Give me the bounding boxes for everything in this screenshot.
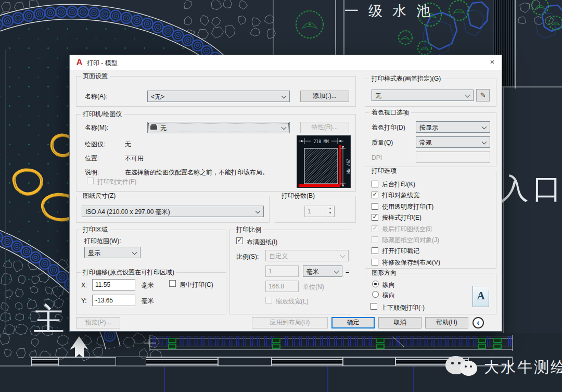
- location-value: 不可用: [125, 155, 144, 162]
- print-option-checkbox[interactable]: [372, 247, 378, 254]
- group-caption: 打印机/绘图仪: [81, 110, 124, 118]
- plot-area-group: 打印区域 打印范围(W): 显示: [76, 230, 226, 271]
- edit-plot-style-button[interactable]: ✎: [476, 89, 490, 102]
- print-option-label: 打印对象线宽: [382, 192, 419, 199]
- printer-group: 打印机/绘图仪 名称(M): 无 特性(R)... 绘图仪: 无 位置: 不可用…: [76, 114, 356, 192]
- page-setup-name-combo[interactable]: <无>: [147, 91, 290, 102]
- scale-units-input: 166.8: [265, 281, 299, 292]
- group-caption: 打印选项: [369, 167, 399, 175]
- combo-value: ISO A4 (210.00 x 297.00 毫米): [85, 208, 254, 217]
- print-option-checkbox[interactable]: [372, 203, 378, 210]
- chevron-down-icon: [132, 250, 137, 255]
- chevron-down-icon: [282, 94, 287, 99]
- quality-label: 质量(Q): [372, 139, 393, 146]
- preview-button: 预览(P)...: [76, 317, 120, 328]
- landscape-radio[interactable]: [372, 291, 379, 298]
- ok-button[interactable]: 确定: [331, 317, 375, 328]
- paper-size-group: 图纸尺寸(Z) ISO A4 (210.00 x 297.00 毫米): [76, 196, 270, 223]
- scale-unit-combo[interactable]: 毫米: [303, 265, 342, 277]
- printer-properties-button: 特性(R)...: [300, 122, 349, 133]
- offset-x-label: X:: [81, 282, 87, 289]
- print-option-checkbox: [372, 225, 378, 232]
- chevron-down-icon: [334, 269, 339, 274]
- shade-plot-label: 着色打印(D): [372, 124, 405, 131]
- pen-plotter-icon: ✎: [480, 91, 486, 99]
- plot-range-label: 打印范围(W):: [84, 237, 121, 245]
- copies-input: 1: [304, 206, 326, 217]
- chevron-down-icon: [482, 124, 487, 130]
- plot-style-table-group: 打印样式表(画笔指定)(G) 无 ✎: [365, 79, 496, 107]
- wall-outline: [218, 357, 272, 366]
- quality-combo[interactable]: 常规: [416, 136, 490, 148]
- group-caption: 图形方向: [369, 269, 399, 277]
- scale-mm-input: 1: [265, 265, 299, 277]
- offset-y-input[interactable]: -13.65: [92, 295, 135, 306]
- print-option-checkbox[interactable]: [372, 181, 378, 187]
- dpi-label: DPI: [372, 154, 382, 161]
- shaded-viewport-group: 着色视口选项 着色打印(D) 按显示 质量(Q) 常规 DPI: [365, 112, 496, 167]
- wall-outline: [343, 357, 395, 366]
- description-value: 在选择新的绘图仪配置名称之前，不能打印该布局。: [125, 169, 269, 176]
- combo-value: <无>: [151, 93, 280, 102]
- paper-preview: 210 MM297 MM: [297, 135, 351, 188]
- entrance-text-label: 入口: [500, 170, 562, 208]
- upside-down-label: 上下颠倒打印(-): [381, 304, 425, 311]
- plot-options-group: 打印选项 后台打印(K)打印对象线宽使用透明度打印(T)按样式打印(E)最后打印…: [365, 171, 496, 269]
- plot-style-combo[interactable]: 无: [372, 90, 474, 101]
- paper-size-combo[interactable]: ISO A4 (210.00 x 297.00 毫米): [82, 206, 264, 217]
- group-caption: 页面设置: [81, 72, 110, 80]
- dpi-input: [416, 151, 490, 163]
- apply-to-layout-button: 应用到布局(U): [252, 317, 328, 328]
- dialog-titlebar[interactable]: A 打印 - 模型 ×: [70, 55, 502, 70]
- orientation-group: 图形方向 纵向 横向 上下颠倒打印(-) A: [365, 273, 496, 314]
- center-plot-checkbox[interactable]: [169, 280, 176, 287]
- offset-x-input[interactable]: 11.55: [92, 279, 135, 290]
- combo-value: 无: [375, 92, 464, 100]
- group-caption: 着色视口选项: [369, 109, 411, 117]
- plot-dialog: A 打印 - 模型 × 页面设置 名称(A): <无> 添加(.)... 打印机…: [69, 55, 502, 332]
- main-text-label: 主: [33, 299, 65, 341]
- plot-offset-group: 打印偏移(原点设置在可打印区域) X: 11.55 毫米 居中打印(C) Y: …: [76, 272, 226, 314]
- shade-plot-combo[interactable]: 按显示: [416, 121, 490, 133]
- plot-scale-group: 打印比例 布满图纸(I) 比例(S): 自定义 1 毫米 = 166.8 单位(…: [229, 230, 351, 314]
- print-option-label: 使用透明度打印(T): [382, 203, 433, 210]
- print-option-checkbox[interactable]: [372, 259, 378, 265]
- wall-hatch: [31, 357, 58, 366]
- dialog-title: 打印 - 模型: [87, 59, 118, 68]
- group-caption: 打印比例: [234, 226, 263, 234]
- print-option-checkbox[interactable]: [372, 192, 378, 198]
- copies-stepper[interactable]: ▲▼: [326, 206, 335, 217]
- wall-outline: [58, 357, 116, 366]
- close-icon[interactable]: ×: [484, 55, 501, 69]
- print-option-checkbox[interactable]: [372, 214, 378, 221]
- location-label: 位置:: [85, 155, 99, 162]
- portrait-radio[interactable]: [372, 281, 379, 287]
- paper-orientation-icon: A: [472, 286, 489, 307]
- wechat-logo-icon: [460, 361, 477, 376]
- scale-lineweight-label: 缩放线宽(L): [276, 298, 309, 305]
- scale-combo: 自定义: [265, 250, 349, 261]
- print-option-label: 最后打印图纸空间: [382, 225, 432, 233]
- plot-range-combo[interactable]: 显示: [84, 247, 140, 258]
- combo-value: 毫米: [306, 268, 333, 276]
- printer-name-combo[interactable]: 无: [147, 122, 290, 133]
- upside-down-checkbox[interactable]: [371, 303, 377, 310]
- print-option-label: 隐藏图纸空间对象(J): [382, 236, 439, 244]
- add-page-setup-button[interactable]: 添加(.)...: [300, 91, 349, 102]
- plotter-label: 绘图仪:: [85, 141, 105, 148]
- group-caption: 打印样式表(画笔指定)(G): [369, 75, 443, 83]
- autocad-logo-icon: A: [75, 58, 84, 67]
- collapse-options-button[interactable]: ‹: [472, 317, 484, 328]
- svg-text:297 MM: 297 MM: [346, 159, 350, 174]
- help-button[interactable]: 帮助(H): [425, 317, 468, 328]
- fit-to-paper-checkbox[interactable]: [236, 237, 243, 244]
- plot-to-file-label: 打印到文件(F): [97, 178, 136, 185]
- cancel-button[interactable]: 取消: [378, 317, 422, 328]
- landscape-label: 横向: [382, 292, 395, 299]
- group-caption: 打印份数(B): [279, 192, 317, 200]
- cad-viewport: { "window": {"app_letter":"A","title":"打…: [0, 0, 562, 392]
- chevron-down-icon: [482, 140, 487, 145]
- printer-name-label: 名称(M):: [85, 124, 108, 131]
- offset-y-label: Y:: [81, 297, 87, 305]
- equals-sign: =: [346, 268, 349, 275]
